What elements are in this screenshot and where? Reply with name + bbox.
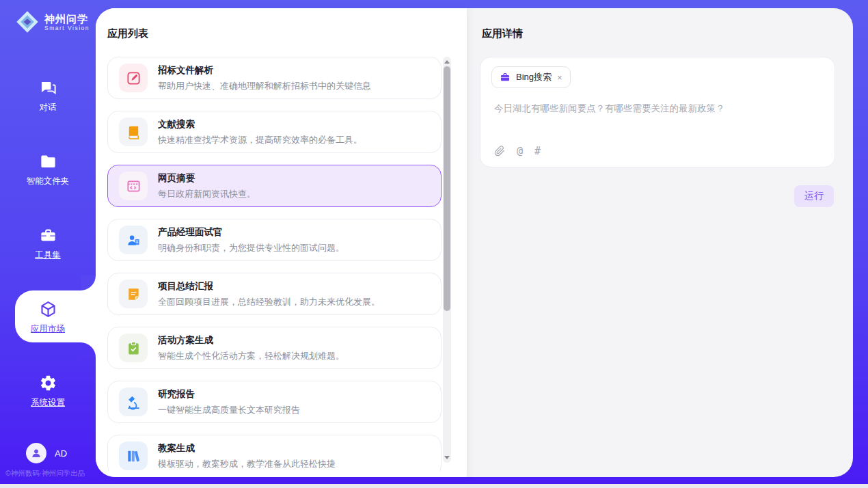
app-detail-title: 应用详情 [482, 27, 523, 40]
sidebar-item-gear[interactable]: 系统设置 [0, 369, 96, 413]
app-detail-panel: 应用详情 Bing搜索 × 今日湖北有哪些新闻要点？有哪些需要关注的最新政策？ … [467, 8, 853, 477]
composer-toolbar: @ # [494, 145, 541, 157]
brand-subtitle: Smart Vision [44, 25, 90, 31]
person-icon [30, 447, 42, 459]
app-card-list: 招标文件解析 帮助用户快速、准确地理解和解析招标书中的关键信息 文献搜索 快速精… [107, 57, 443, 471]
interviewer-icon [126, 232, 141, 248]
user-account[interactable]: AD [26, 443, 67, 463]
hashtag-icon[interactable]: # [534, 145, 541, 157]
app-card-title: 产品经理面试官 [158, 226, 344, 239]
close-icon[interactable]: × [557, 73, 562, 82]
user-initials: AD [55, 448, 67, 459]
scroll-down-icon[interactable] [444, 456, 450, 459]
app-card[interactable]: 招标文件解析 帮助用户快速、准确地理解和解析招标书中的关键信息 [107, 57, 442, 99]
app-card-description: 快速精准查找学术资源，提高研究效率的必备工具。 [158, 134, 362, 146]
app-card[interactable]: 产品经理面试官 明确身份和职责，为您提供专业性的面试问题。 [107, 219, 442, 261]
scroll-up-icon[interactable] [444, 60, 450, 64]
gear-icon [39, 374, 57, 392]
main-content: 应用列表 招标文件解析 帮助用户快速、准确地理解和解析招标书中的关键信息 文献搜… [96, 8, 853, 477]
app-card-description: 帮助用户快速、准确地理解和解析招标书中的关键信息 [158, 80, 371, 92]
app-card-title: 研究报告 [158, 388, 300, 401]
app-list-title: 应用列表 [107, 27, 148, 40]
sidebar-item-cube[interactable]: 应用市场 [0, 295, 96, 339]
sidebar: 神州问学 Smart Vision 对话 智能文件夹 工具集 应用市场 系统设置… [0, 0, 96, 484]
app-frame: 神州问学 Smart Vision 对话 智能文件夹 工具集 应用市场 系统设置… [0, 0, 868, 484]
app-card-description: 明确身份和职责，为您提供专业性的面试问题。 [158, 242, 344, 254]
mention-icon[interactable]: @ [517, 145, 523, 157]
paperclip-icon[interactable] [494, 146, 505, 157]
sidebar-item-folder[interactable]: 智能文件夹 [0, 148, 96, 191]
app-card-description: 全面回顾项目进展，总结经验教训，助力未来优化发展。 [158, 296, 380, 308]
tool-tag-label: Bing搜索 [516, 71, 552, 83]
app-card-description: 一键智能生成高质量长文本研究报告 [158, 404, 300, 416]
app-card-title: 活动方案生成 [158, 334, 344, 347]
prompt-composer: Bing搜索 × 今日湖北有哪些新闻要点？有哪些需要关注的最新政策？ @ # [480, 57, 835, 167]
sidebar-item-toolbox[interactable]: 工具集 [0, 221, 96, 265]
clipboard-check-icon [126, 340, 141, 356]
cube-icon [39, 300, 57, 318]
app-card-title: 项目总结汇报 [158, 280, 380, 293]
brand-name: 神州问学 [44, 13, 90, 25]
sidebar-item-chat[interactable]: 对话 [0, 74, 96, 118]
diamond-logo-icon [15, 10, 40, 34]
tool-tag-bing-search[interactable]: Bing搜索 × [491, 66, 571, 88]
app-card-description: 模板驱动，教案秒成，教学准备从此轻松快捷 [158, 458, 336, 470]
query-text-input[interactable]: 今日湖北有哪些新闻要点？有哪些需要关注的最新政策？ [494, 103, 821, 115]
browser-icon [126, 178, 141, 194]
edit-square-icon [126, 70, 141, 86]
app-card[interactable]: 研究报告 一键智能生成高质量长文本研究报告 [107, 381, 442, 423]
avatar [26, 443, 46, 463]
app-card[interactable]: 活动方案生成 智能生成个性化活动方案，轻松解决规划难题。 [107, 327, 442, 369]
app-card-title: 文献搜索 [158, 118, 362, 131]
app-card-description: 每日政府新闻资讯快查。 [158, 188, 256, 200]
scrollbar-thumb[interactable] [444, 66, 450, 311]
app-card[interactable]: 文献搜索 快速精准查找学术资源，提高研究效率的必备工具。 [107, 111, 442, 153]
app-card-title: 教案生成 [158, 442, 336, 455]
chat-icon [39, 79, 57, 97]
briefcase-icon [500, 72, 511, 83]
app-card[interactable]: 网页摘要 每日政府新闻资讯快查。 [107, 165, 442, 207]
run-button[interactable]: 运行 [794, 185, 834, 207]
copyright-footer: ©神州数码·神州问学出品 [5, 469, 97, 478]
folder-icon [39, 152, 57, 171]
app-card-description: 智能生成个性化活动方案，轻松解决规划难题。 [158, 350, 344, 362]
app-card[interactable]: 项目总结汇报 全面回顾项目进展，总结经验教训，助力未来优化发展。 [107, 273, 442, 315]
note-icon [126, 286, 141, 302]
toolbox-icon [39, 226, 57, 245]
scrollbar[interactable] [443, 57, 451, 463]
app-list-panel: 应用列表 招标文件解析 帮助用户快速、准确地理解和解析招标书中的关键信息 文献搜… [96, 8, 467, 477]
app-card-title: 网页摘要 [158, 172, 256, 185]
microscope-icon [126, 394, 141, 410]
books-icon [126, 448, 141, 464]
app-card[interactable]: 教案生成 模板驱动，教案秒成，教学准备从此轻松快捷 [107, 435, 442, 471]
brand-logo: 神州问学 Smart Vision [15, 10, 90, 34]
book-icon [126, 124, 141, 140]
app-card-title: 招标文件解析 [158, 64, 371, 77]
